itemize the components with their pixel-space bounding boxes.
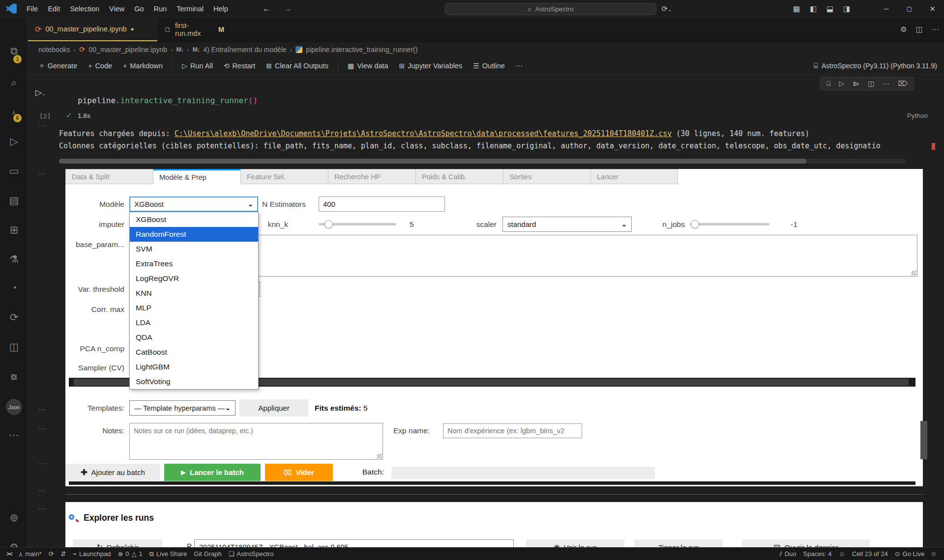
kernel-picker[interactable]: ⌸ AstroSpectro (Py3.11) (Python 3.11.9) [814, 57, 937, 75]
window-maximize-button[interactable]: ▢ [898, 0, 921, 18]
n-estimators-input[interactable] [319, 196, 445, 212]
modele-select[interactable]: XGBoost⌄ [129, 196, 258, 212]
markdown-cell-icon[interactable]: M↓ [176, 46, 183, 53]
launchpad-item[interactable]: ⌁Launchpad [69, 550, 114, 558]
dropdown-option[interactable]: ExtraTrees [130, 256, 258, 271]
csv-path-link[interactable]: C:\Users\alexb\OneDrive\Documents\Projet… [175, 129, 672, 138]
exp-name-input[interactable] [443, 423, 582, 438]
search-sidebar-icon[interactable]: ⌕ [0, 77, 28, 88]
knn-k-slider-handle[interactable] [324, 220, 333, 228]
command-search-box[interactable]: ⌕ AstroSpectro [445, 3, 656, 15]
resize-handle[interactable] [912, 271, 916, 276]
delete-cell-icon[interactable]: ⌦ [898, 80, 908, 87]
list-icon[interactable]: ⇵ [57, 550, 69, 558]
dropdown-option[interactable]: KNN [130, 286, 258, 301]
layout-grid-icon[interactable]: ▦ [788, 4, 805, 13]
add-to-batch-button[interactable]: ✚Ajouter au batch [65, 464, 160, 481]
crumb-symbol[interactable]: pipeline.interactive_training_runner() [306, 46, 417, 54]
gutter-more-icon[interactable]: ⋯ [38, 459, 46, 468]
dropdown-option[interactable]: CatBoost [130, 345, 258, 360]
spaces-item[interactable]: Spaces: 4 [800, 550, 835, 558]
notifications-bell-icon[interactable]: ⍾ [928, 550, 939, 558]
split-editor-icon[interactable]: ◫ [916, 25, 923, 34]
split-cell-icon[interactable]: ◫ [868, 80, 874, 87]
approve-run-icon[interactable]: ⍈ [826, 80, 830, 88]
menu-selection[interactable]: Selection [65, 0, 104, 18]
run-batch-button[interactable]: ▶Lancer le batch [164, 464, 261, 481]
more-views-icon[interactable]: ⋯ [0, 429, 28, 441]
dropdown-option[interactable]: XGBoost [130, 212, 258, 227]
resize-handle[interactable] [377, 454, 382, 459]
go-live-item[interactable]: ⊙Go Live [891, 550, 928, 558]
dropdown-option[interactable]: LightGBM [130, 360, 258, 374]
jupyter-variables-button[interactable]: ⊞Jupyter Variables [395, 62, 467, 70]
editor-more-icon[interactable]: ⋯ [932, 25, 939, 34]
tab-first-run[interactable]: 🗋 first-run.mdx M [157, 18, 231, 41]
menu-help[interactable]: Help [208, 0, 233, 18]
database-icon[interactable]: ◫ [0, 341, 28, 353]
notebook-settings-icon[interactable]: ⚙ [900, 25, 907, 34]
cell-position-item[interactable]: Cell 23 of 24 [849, 550, 891, 558]
templates-select[interactable]: — Template hyperparams —⌄ [129, 400, 236, 416]
editor-vscrollbar-thumb[interactable] [920, 421, 927, 459]
live-share-item[interactable]: ⧉Live Share [146, 550, 190, 558]
run-cell-button[interactable]: ▷⌄ [35, 87, 46, 98]
gutter-more-icon[interactable]: ⋯ [38, 121, 46, 130]
git-branch-item[interactable]: Ymain* [15, 550, 45, 558]
dropdown-option-highlighted[interactable]: RandomForest [130, 227, 258, 242]
add-markdown-button[interactable]: +Markdown [118, 62, 167, 70]
dropdown-option[interactable]: LDA [130, 315, 258, 330]
view-data-button[interactable]: ▦View data [343, 62, 393, 70]
problems-item[interactable]: ⊗0△1 [114, 550, 146, 558]
crumb-section[interactable]: 4) Entraînement du modèle [203, 46, 287, 54]
gutter-more-icon[interactable]: ⋯ [38, 504, 46, 513]
run-above-icon[interactable]: ▷ [839, 80, 844, 87]
window-close-button[interactable]: ✕ [921, 0, 944, 18]
gutter-more-icon[interactable]: ⋯ [38, 486, 46, 495]
git-graph-item[interactable]: Git Graph [190, 550, 225, 558]
nav-forward-icon[interactable]: → [284, 4, 292, 14]
widget-tab-data-split[interactable]: Data & Split [65, 169, 153, 184]
window-minimize-button[interactable]: ─ [875, 0, 898, 18]
clear-batch-button[interactable]: ⌧Vider [265, 464, 333, 481]
menu-run[interactable]: Run [149, 0, 172, 18]
testing-icon[interactable]: ⚗ [0, 253, 28, 265]
remote-indicator[interactable]: >< [3, 550, 15, 558]
widget-tab-feature-sel[interactable]: Feature Sel. [240, 169, 328, 184]
menu-terminal[interactable]: Terminal [172, 0, 208, 18]
clear-outputs-button[interactable]: ⊠Clear All Outputs [262, 62, 333, 70]
notes-textarea[interactable] [129, 423, 383, 460]
output-hscrollbar[interactable] [59, 159, 906, 164]
run-all-button[interactable]: ▷Run All [177, 62, 217, 70]
extensions-icon[interactable]: ⊞ [0, 224, 28, 236]
gutter-more-icon[interactable]: ⋯ [38, 405, 46, 414]
duo-item[interactable]: ⫽Duo [776, 550, 800, 558]
n-jobs-slider[interactable] [690, 223, 769, 225]
explorer-icon[interactable]: ⧉ [0, 45, 28, 57]
sync-icon[interactable]: ⟳ [45, 550, 57, 558]
json-extension-icon[interactable]: Json [6, 399, 22, 415]
sync-dropdown-icon[interactable]: ⟳⌄ [658, 4, 675, 13]
gitlens-icon[interactable]: ⟳ [0, 311, 28, 323]
output-hscrollbar-thumb[interactable] [59, 159, 806, 164]
scaler-select[interactable]: standard⌄ [502, 217, 632, 232]
n-jobs-slider-handle[interactable] [691, 220, 699, 228]
run-below-icon[interactable]: ⧐ [853, 80, 859, 87]
widget-tab-sorties[interactable]: Sorties [503, 169, 590, 184]
tab-master-pipeline[interactable]: ⟳ 00_master_pipeline.ipynb ● [28, 18, 157, 41]
menu-go[interactable]: Go [129, 0, 148, 18]
widget-tab-poids-calib[interactable]: Poids & Calib. [415, 169, 503, 184]
account-icon[interactable]: ⊚ [0, 512, 28, 524]
outline-button[interactable]: ☰Outline [469, 62, 509, 70]
restart-button[interactable]: ⟲Restart [219, 62, 260, 70]
menu-file[interactable]: File [22, 0, 43, 18]
gutter-more-icon[interactable]: ⋯ [38, 424, 46, 433]
panel-bottom-scrollbar[interactable] [69, 481, 915, 485]
run-debug-icon[interactable]: ▷ [0, 136, 28, 147]
cell-code[interactable]: pipeline.interactive_training_runner() [78, 96, 258, 105]
panel-left-icon[interactable]: ◧ [805, 4, 822, 13]
nav-back-icon[interactable]: ← [263, 4, 271, 14]
cell-language[interactable]: Python [907, 112, 928, 119]
workspace-item[interactable]: ❏AstroSpectro [225, 550, 277, 558]
batch-list-field[interactable] [391, 467, 655, 479]
